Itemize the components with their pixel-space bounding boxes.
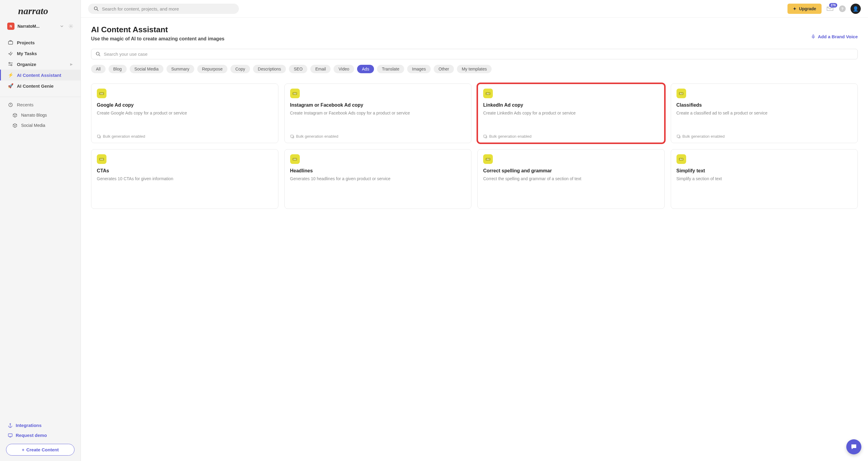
nav-label: Recents (17, 102, 33, 107)
nav-label: Projects (17, 40, 35, 45)
svg-rect-12 (484, 135, 486, 137)
notifications-button[interactable]: 276 (826, 5, 834, 12)
svg-point-3 (11, 64, 12, 66)
nav-label: My Tasks (17, 51, 37, 56)
nav-ai-content-genie[interactable]: 🚀 AI Content Genie (0, 80, 81, 91)
check-icon (8, 51, 13, 56)
intercom-launcher[interactable] (846, 439, 861, 454)
create-content-button[interactable]: + Create Content (6, 444, 74, 456)
ad-badge-icon: Ad (483, 154, 493, 164)
svg-rect-13 (677, 135, 680, 137)
template-card[interactable]: AdLinkedIn Ad copyCreate LinkedIn Ads co… (477, 84, 665, 143)
briefcase-icon (8, 40, 13, 45)
global-search-input[interactable] (102, 6, 234, 11)
add-brand-voice-button[interactable]: Add a Brand Voice (811, 34, 858, 39)
card-title: LinkedIn Ad copy (483, 102, 659, 108)
request-demo-link[interactable]: Request demo (6, 430, 74, 440)
gear-icon[interactable] (68, 24, 73, 29)
template-card[interactable]: AdCTAsGenerates 10 CTAs for given inform… (91, 149, 278, 209)
chip-email[interactable]: Email (310, 65, 331, 73)
primary-nav: Projects My Tasks Organize ▸ ⚡ AI Conten… (0, 37, 81, 130)
ad-badge-icon: Ad (677, 154, 686, 164)
brand-voice-label: Add a Brand Voice (818, 34, 858, 39)
template-card[interactable]: AdHeadlinesGenerates 10 headlines for a … (284, 149, 472, 209)
ad-badge-icon: Ad (677, 89, 686, 98)
chip-descriptions[interactable]: Descriptions (253, 65, 286, 73)
nav-label: Organize (17, 62, 36, 67)
help-button[interactable]: ? (839, 5, 846, 12)
content-area: AI Content Assistant Use the magic of AI… (81, 18, 868, 461)
svg-point-0 (70, 26, 71, 27)
nav-recents[interactable]: Recents (0, 99, 81, 110)
rocket-icon: 🚀 (8, 83, 13, 89)
card-title: Classifieds (677, 102, 852, 108)
usecase-search-input[interactable] (104, 52, 853, 57)
cube-icon (12, 113, 18, 118)
sliders-icon (8, 62, 13, 67)
card-description: Create a classified ad to sell a product… (677, 110, 852, 130)
template-card[interactable]: AdClassifiedsCreate a classified ad to s… (671, 84, 858, 143)
upgrade-button[interactable]: ✦ Upgrade (787, 4, 822, 14)
nav-projects[interactable]: Projects (0, 37, 81, 48)
template-card[interactable]: AdInstagram or Facebook Ad copyCreate In… (284, 84, 472, 143)
sidebar: narrato N NarratoM... Projects My Tasks … (0, 0, 81, 461)
card-description: Generates 10 headlines for a given produ… (290, 176, 466, 204)
chip-blog[interactable]: Blog (108, 65, 127, 73)
global-search[interactable] (88, 4, 239, 14)
filter-chips: AllBlogSocial MediaSummaryRepurposeCopyD… (91, 65, 858, 73)
chip-repurpose[interactable]: Repurpose (197, 65, 228, 73)
nav-organize[interactable]: Organize ▸ (0, 59, 81, 70)
search-icon (96, 52, 101, 57)
recent-label: Narrato Blogs (21, 113, 47, 118)
monitor-icon (8, 433, 13, 438)
footer-label: Integrations (16, 423, 42, 428)
chip-my-templates[interactable]: My templates (457, 65, 492, 73)
nav-my-tasks[interactable]: My Tasks (0, 48, 81, 59)
ad-badge-icon: Ad (97, 154, 106, 164)
user-avatar[interactable]: 👤 (850, 4, 861, 14)
chip-ads[interactable]: Ads (357, 65, 374, 73)
lightning-icon: ⚡ (8, 72, 13, 78)
workspace-switcher[interactable]: N NarratoM... (0, 20, 81, 32)
chip-summary[interactable]: Summary (166, 65, 194, 73)
footer-label: Request demo (16, 433, 47, 438)
recent-item-narrato-blogs[interactable]: Narrato Blogs (0, 110, 81, 120)
svg-rect-10 (97, 135, 100, 137)
svg-point-2 (9, 62, 10, 64)
chevron-down-icon[interactable] (60, 24, 64, 28)
card-title: CTAs (97, 168, 273, 173)
card-description: Create Instagram or Facebook Ads copy fo… (290, 110, 466, 130)
plus-icon: + (22, 447, 25, 452)
chip-images[interactable]: Images (407, 65, 431, 73)
mic-icon (811, 34, 815, 39)
template-card[interactable]: AdGoogle Ad copyCreate Google Ads copy f… (91, 84, 278, 143)
ad-badge-icon: Ad (97, 89, 106, 98)
workspace-badge: N (7, 23, 14, 30)
anchor-icon (8, 423, 13, 428)
template-card[interactable]: AdCorrect spelling and grammarCorrect th… (477, 149, 665, 209)
button-label: Create Content (26, 447, 59, 452)
nav-ai-content-assistant[interactable]: ⚡ AI Content Assistant (0, 70, 81, 80)
template-card[interactable]: AdSimplify textSimplify a section of tex… (671, 149, 858, 209)
search-icon (93, 6, 99, 11)
svg-point-9 (96, 52, 99, 55)
chip-seo[interactable]: SEO (289, 65, 308, 73)
chip-other[interactable]: Other (434, 65, 454, 73)
usecase-search[interactable] (91, 49, 858, 59)
ad-badge-icon: Ad (483, 89, 493, 98)
integrations-link[interactable]: Integrations (6, 420, 74, 430)
nav-label: AI Content Genie (17, 84, 54, 89)
chip-video[interactable]: Video (334, 65, 354, 73)
topbar: ✦ Upgrade 276 ? 👤 (81, 0, 868, 18)
clock-icon (8, 102, 13, 107)
nav-label: AI Content Assistant (17, 73, 61, 78)
workspace-name: NarratoM... (18, 24, 57, 29)
chip-all[interactable]: All (91, 65, 105, 73)
recent-item-social-media[interactable]: Social Media (0, 120, 81, 130)
chip-translate[interactable]: Translate (377, 65, 404, 73)
bulk-indicator: Bulk generation enabled (677, 134, 852, 139)
chevron-right-icon: ▸ (70, 62, 73, 67)
chip-social-media[interactable]: Social Media (130, 65, 163, 73)
chip-copy[interactable]: Copy (230, 65, 250, 73)
svg-point-5 (10, 423, 10, 424)
